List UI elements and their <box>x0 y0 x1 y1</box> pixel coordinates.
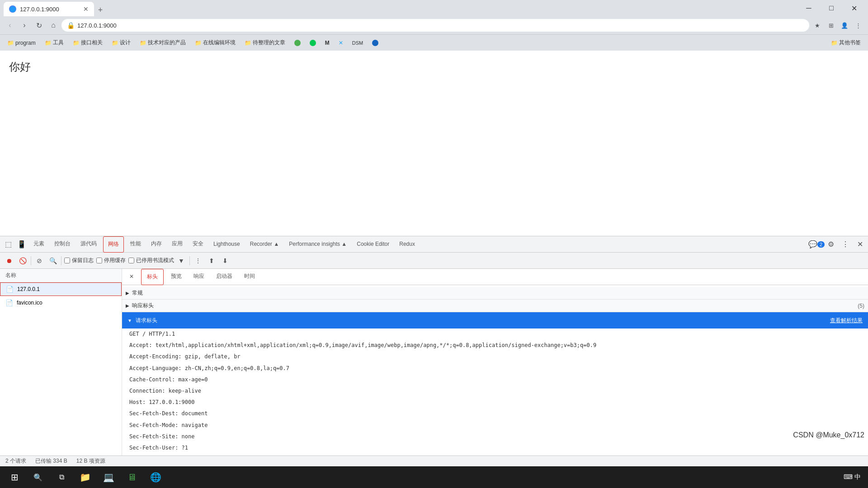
sub-tab-headers[interactable]: 标头 <box>141 269 164 285</box>
file-item-root[interactable]: 📄 127.0.0.1 <box>0 282 122 296</box>
reload-button[interactable]: ↻ <box>33 19 45 32</box>
stream-mode-checkbox[interactable]: 已停用书流模式 <box>128 257 174 264</box>
tab-memory[interactable]: 内存 <box>146 236 166 253</box>
maximize-button[interactable]: □ <box>821 1 842 15</box>
tab-redux[interactable]: Redux <box>395 236 420 253</box>
bookmark-label: 其他书签 <box>839 39 861 47</box>
header-line-3: Accept-Language: zh-CN,zh;q=0.9,en;q=0.8… <box>122 363 868 374</box>
tab-lighthouse[interactable]: Lighthouse <box>209 236 245 253</box>
upload-btn[interactable]: ⬆ <box>206 255 217 266</box>
start-button[interactable]: ⊞ <box>4 466 25 488</box>
tab-elements[interactable]: 元素 <box>29 236 49 253</box>
bookmarks-bar: 📁 program 📁 工具 📁 接口相关 📁 设计 📁 技术对应的产品 📁 在… <box>0 34 868 51</box>
bookmark-m[interactable]: M <box>321 38 333 47</box>
back-button[interactable]: ‹ <box>4 19 16 32</box>
search-icon: 🔍 <box>33 473 42 482</box>
stream-mode-group: 已停用书流模式 ▼ <box>128 255 187 266</box>
dsm-icon: DSM <box>352 40 363 46</box>
folder-icon: 📁 <box>195 40 201 46</box>
request-headers-label: 请求标头 <box>136 317 826 324</box>
bookmark-program[interactable]: 📁 program <box>4 38 39 47</box>
general-section-header[interactable]: ▶ 常规 <box>122 287 868 300</box>
sub-tabs: ✕ 标头 预览 响应 启动器 <box>122 269 868 285</box>
bookmark-label: 在线编辑环境 <box>203 39 236 47</box>
taskbar-taskview[interactable]: ⧉ <box>51 466 72 488</box>
import-btn[interactable]: ⋮ <box>193 255 203 266</box>
close-button[interactable]: ✕ <box>844 1 864 15</box>
bookmark-tools[interactable]: 📁 工具 <box>41 38 67 48</box>
tab-network[interactable]: 网络 <box>103 236 124 253</box>
tab-security[interactable]: 安全 <box>188 236 208 253</box>
sub-tab-timing[interactable]: 时间 <box>239 269 260 285</box>
bookmark-pending[interactable]: 📁 待整理的文章 <box>241 38 289 48</box>
bookmark-api[interactable]: 📁 接口相关 <box>69 38 106 48</box>
tab-console[interactable]: 控制台 <box>50 236 75 253</box>
page-content: 你好 <box>0 51 868 83</box>
clear-btn[interactable]: 🚫 <box>17 255 28 266</box>
tab-application[interactable]: 应用 <box>167 236 187 253</box>
tab-sources[interactable]: 源代码 <box>76 236 101 253</box>
bookmark-label: program <box>15 40 36 46</box>
request-headers-bar[interactable]: ▼ 请求标头 查看解析结果 <box>122 312 868 328</box>
more-options-btn[interactable]: ⋮ <box>839 238 852 251</box>
tab-recorder[interactable]: Recorder ▲ <box>245 236 284 253</box>
tab-close-btn[interactable]: ✕ <box>83 5 89 13</box>
download-btn[interactable]: ⬇ <box>220 255 231 266</box>
disable-cache-input[interactable] <box>96 258 102 263</box>
search-btn[interactable]: 🔍 <box>47 255 58 266</box>
close-devtools-btn[interactable]: ✕ <box>854 238 866 251</box>
address-input[interactable]: 🔒 127.0.0.1:9000 <box>61 19 809 32</box>
response-headers-section[interactable]: ▶ 响应标头 (5) <box>122 300 868 312</box>
bookmark-circle2[interactable] <box>368 38 382 47</box>
sub-tab-preview[interactable]: 预览 <box>165 269 187 285</box>
disable-cache-checkbox[interactable]: 停用缓存 <box>96 257 126 264</box>
tab-performance-insights[interactable]: Performance insights ▲ <box>284 236 351 253</box>
device-toolbar-btn[interactable]: 📱 <box>15 238 28 251</box>
sub-tab-initiator[interactable]: 启动器 <box>211 269 238 285</box>
bookmark-green-circle[interactable] <box>306 38 320 47</box>
taskbar-ide[interactable]: 🖥 <box>121 466 143 488</box>
sub-tab-close[interactable]: ✕ <box>124 269 139 285</box>
forward-button[interactable]: › <box>18 19 31 32</box>
active-tab[interactable]: 🌐 127.0.0.1:9000 ✕ <box>4 2 94 16</box>
home-button[interactable]: ⌂ <box>47 19 60 32</box>
preserve-log-checkbox[interactable]: 保留日志 <box>64 257 94 264</box>
inspect-element-btn[interactable]: ⬚ <box>2 238 14 251</box>
record-btn[interactable]: ⏺ <box>4 255 14 266</box>
requests-count: 2 个请求 <box>5 457 26 465</box>
devtools-right-icons: 💬 2 ⚙ ⋮ ✕ <box>810 238 866 251</box>
tab-performance[interactable]: 性能 <box>126 236 146 253</box>
bookmark-design[interactable]: 📁 设计 <box>108 38 134 48</box>
file-item-favicon[interactable]: 📄 favicon.ico <box>0 296 122 310</box>
settings-btn[interactable]: ⚙ <box>825 238 837 251</box>
taskbar-vscode[interactable]: 💻 <box>98 466 119 488</box>
preserve-log-input[interactable] <box>64 258 70 263</box>
bookmark-circle[interactable] <box>291 38 304 47</box>
bookmark-dsm[interactable]: DSM <box>349 39 367 47</box>
bookmark-tech[interactable]: 📁 技术对应的产品 <box>136 38 189 48</box>
new-tab-button[interactable]: + <box>94 4 107 16</box>
tab-cookie-editor[interactable]: Cookie Editor <box>352 236 394 253</box>
more-btn[interactable]: ⋮ <box>852 19 864 32</box>
view-parsed-btn[interactable]: 查看解析结果 <box>830 317 863 324</box>
network-toolbar: ⏺ 🚫 ⊘ 🔍 保留日志 停用缓存 已停用书流模式 <box>0 253 868 269</box>
bookmark-other[interactable]: 📁 其他书签 <box>827 38 864 48</box>
comment-btn[interactable]: 💬 2 <box>810 238 823 251</box>
profile-btn[interactable]: 👤 <box>838 19 851 32</box>
bookmark-online[interactable]: 📁 在线编辑环境 <box>191 38 239 48</box>
stream-mode-input[interactable] <box>128 258 134 263</box>
taskbar-explorer[interactable]: 📁 <box>74 466 96 488</box>
bookmark-label: 工具 <box>53 39 64 47</box>
circle-green-icon <box>310 40 316 46</box>
filter-btn[interactable]: ⊘ <box>34 255 45 266</box>
bookmark-star-icon[interactable]: ★ <box>811 19 824 32</box>
taskbar-search[interactable]: 🔍 <box>27 466 49 488</box>
minimize-button[interactable]: ─ <box>798 1 819 15</box>
extension-btn[interactable]: ⊞ <box>825 19 837 32</box>
sub-tab-response[interactable]: 响应 <box>188 269 210 285</box>
address-text: 127.0.0.1:9000 <box>77 22 117 29</box>
stream-dropdown-btn[interactable]: ▼ <box>176 255 187 266</box>
taskbar-chrome[interactable]: 🌐 <box>145 466 166 488</box>
bookmark-x[interactable]: ✕ <box>335 38 347 47</box>
devtools-toolbar: ⬚ 📱 元素 控制台 源代码 网络 性能 内存 <box>0 236 868 253</box>
